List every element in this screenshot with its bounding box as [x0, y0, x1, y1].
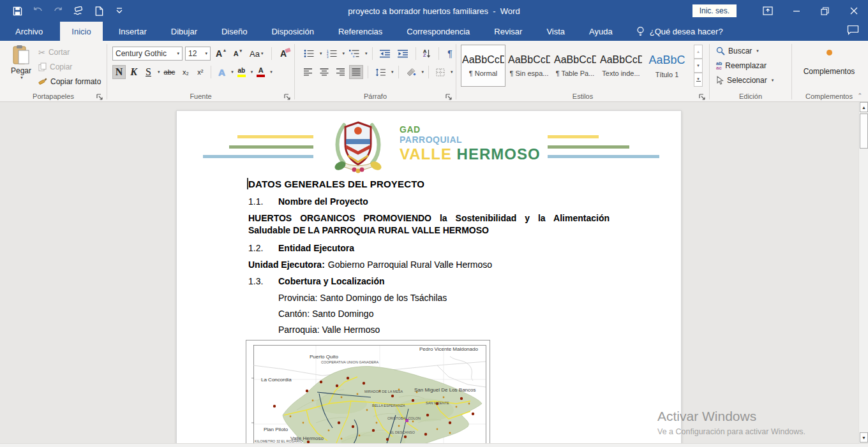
scrollbar-thumb[interactable]	[860, 114, 868, 149]
line-spacing-dropdown-icon[interactable]: ▾	[391, 70, 394, 75]
text-effects-dropdown-icon[interactable]: ▾	[231, 70, 234, 75]
styles-scroll-down-icon[interactable]: ▼	[694, 59, 703, 73]
justify-button[interactable]	[349, 65, 363, 79]
clear-formatting-button[interactable]: A	[277, 47, 290, 61]
select-button[interactable]: Seleccionar ▾	[716, 75, 774, 85]
collapse-ribbon-icon[interactable]: ⌃	[857, 92, 862, 99]
scroll-up-icon[interactable]: ▲	[860, 102, 868, 112]
bullets-dropdown-icon[interactable]: ▾	[320, 51, 322, 56]
tab-correspondencia[interactable]: Correspondencia	[398, 22, 479, 41]
increase-indent-button[interactable]	[395, 47, 411, 61]
tab-vista[interactable]: Vista	[537, 22, 574, 41]
align-center-button[interactable]	[317, 65, 331, 79]
shading-button[interactable]	[403, 65, 419, 79]
paste-button[interactable]: Pegar ▾	[6, 45, 36, 89]
new-document-icon[interactable]	[93, 5, 105, 17]
strikethrough-button[interactable]: abc	[161, 65, 178, 79]
tab-dibujar[interactable]: Dibujar	[162, 22, 206, 41]
multilevel-dropdown-icon[interactable]: ▾	[365, 51, 368, 56]
shading-dropdown-icon[interactable]: ▾	[422, 70, 424, 75]
underline-button[interactable]: S	[142, 65, 155, 79]
paragraph-dialog-launcher-icon[interactable]	[445, 92, 453, 99]
section-1-1[interactable]: 1.1. Nombre del Proyecto	[248, 196, 610, 207]
tab-revisar[interactable]: Revisar	[485, 22, 531, 41]
show-marks-button[interactable]: ¶	[444, 47, 457, 61]
scroll-down-icon[interactable]: ▼	[860, 432, 868, 443]
draw-tool-icon[interactable]	[73, 5, 84, 17]
customize-qat-icon[interactable]	[114, 5, 125, 17]
section-1-3[interactable]: 1.3. Cobertura y Localización	[248, 275, 610, 287]
map-image[interactable]: Puerto Quito Pedro Vicente Maldonado La …	[246, 340, 490, 443]
section-1-2[interactable]: 1.2. Entidad Ejecutora	[248, 242, 610, 254]
style-no-spacing[interactable]: AaBbCcD ¶ Sin espa...	[507, 45, 551, 87]
styles-gallery-more-icon[interactable]: ▼	[694, 73, 703, 87]
highlight-dropdown-icon[interactable]: ▾	[251, 70, 253, 75]
tell-me-box[interactable]: ¿Qué desea hacer?	[636, 22, 723, 41]
doc-heading[interactable]: DATOS GENERALES DEL PROYECTO	[248, 178, 610, 190]
style-texto-independiente[interactable]: AaBbCcDd Texto inde...	[599, 45, 643, 87]
tab-diseno[interactable]: Diseño	[213, 22, 256, 41]
restore-button[interactable]	[811, 0, 839, 22]
logo-image[interactable]: GAD PARROQUIAL VALLE HERMOSO	[177, 111, 681, 175]
styles-dialog-launcher-icon[interactable]	[699, 92, 707, 99]
tab-ayuda[interactable]: Ayuda	[580, 22, 622, 41]
numbering-dropdown-icon[interactable]: ▾	[343, 51, 345, 56]
format-painter-button[interactable]: Copiar formato	[38, 76, 101, 87]
addins-button[interactable]: Complementos	[792, 50, 866, 76]
text-effects-button[interactable]: A	[215, 65, 228, 79]
highlight-button[interactable]: ab	[235, 65, 248, 79]
borders-dropdown-icon[interactable]: ▾	[451, 70, 453, 75]
numbering-button[interactable]: 123	[324, 47, 340, 61]
align-right-button[interactable]	[333, 65, 347, 79]
parish-line[interactable]: Parroquia: Valle Hermoso	[248, 324, 610, 335]
copy-button[interactable]: Copiar	[38, 61, 101, 73]
save-icon[interactable]	[11, 5, 23, 17]
bold-button[interactable]: N	[112, 65, 126, 79]
replace-button[interactable]: abac Reemplazar	[716, 60, 774, 71]
province-line[interactable]: Provincia: Santo Domingo de los Tsáchila…	[248, 292, 610, 304]
ribbon-display-options-icon[interactable]	[753, 0, 782, 22]
style-titulo-1[interactable]: AaBbC Título 1	[645, 45, 689, 87]
borders-button[interactable]	[433, 65, 447, 79]
close-button[interactable]	[839, 0, 868, 22]
subscript-button[interactable]: x₂	[179, 65, 192, 79]
project-name-paragraph[interactable]: HUERTOS ORGANICOS PROMOVIENDO la Sosteni…	[248, 212, 610, 236]
tab-inicio[interactable]: Inicio	[60, 22, 102, 41]
font-size-combo[interactable]: 12▾	[185, 47, 211, 61]
document-page[interactable]: GAD PARROQUIAL VALLE HERMOSO DATOS GENER…	[176, 110, 682, 443]
minimize-button[interactable]	[782, 0, 811, 22]
superscript-button[interactable]: x²	[193, 65, 207, 79]
font-dialog-launcher-icon[interactable]	[284, 92, 292, 99]
italic-button[interactable]: K	[127, 65, 140, 79]
font-name-combo[interactable]: Century Gothic▾	[112, 47, 183, 61]
line-spacing-button[interactable]	[373, 65, 388, 79]
tab-referencias[interactable]: Referencias	[329, 22, 391, 41]
underline-dropdown-icon[interactable]: ▾	[158, 70, 160, 75]
sign-in-button[interactable]: Inic. ses.	[692, 4, 737, 17]
shrink-font-button[interactable]: A▾	[231, 47, 244, 61]
cut-button[interactable]: ✂ Cortar	[38, 47, 101, 58]
clipboard-dialog-launcher-icon[interactable]	[96, 92, 104, 99]
tab-archivo[interactable]: Archivo	[5, 22, 53, 41]
vertical-scrollbar[interactable]: ▲ ▼	[858, 102, 868, 443]
tab-insertar[interactable]: Insertar	[110, 22, 156, 41]
sort-button[interactable]: AZ	[421, 47, 434, 61]
grow-font-button[interactable]: A▴	[213, 47, 228, 61]
executing-unit-line[interactable]: Unidad Ejecutora:Gobierno Parroquial Rur…	[248, 259, 610, 270]
tab-disposicion[interactable]: Disposición	[262, 22, 322, 41]
style-table-paragraph[interactable]: AaBbCcD ¶ Table Pa...	[553, 45, 597, 87]
align-left-button[interactable]	[301, 65, 315, 79]
horizontal-scrollbar[interactable]	[0, 443, 868, 447]
styles-scroll-up-icon[interactable]: ▲	[694, 45, 703, 59]
map-label-cristobal-colon: CRISTOBAL COLON	[387, 416, 421, 420]
decrease-indent-button[interactable]	[377, 47, 393, 61]
font-color-dropdown-icon[interactable]: ▾	[270, 70, 273, 75]
bullets-button[interactable]	[301, 47, 317, 61]
multilevel-list-button[interactable]	[347, 47, 362, 61]
font-color-button[interactable]: A	[254, 65, 267, 79]
feedback-icon[interactable]	[847, 25, 859, 38]
find-button[interactable]: Buscar ▾	[716, 45, 774, 56]
change-case-button[interactable]: Aa▾	[247, 47, 266, 61]
style-normal[interactable]: AaBbCcD ¶ Normal	[461, 45, 505, 87]
canton-line[interactable]: Cantón: Santo Domingo	[248, 308, 610, 319]
